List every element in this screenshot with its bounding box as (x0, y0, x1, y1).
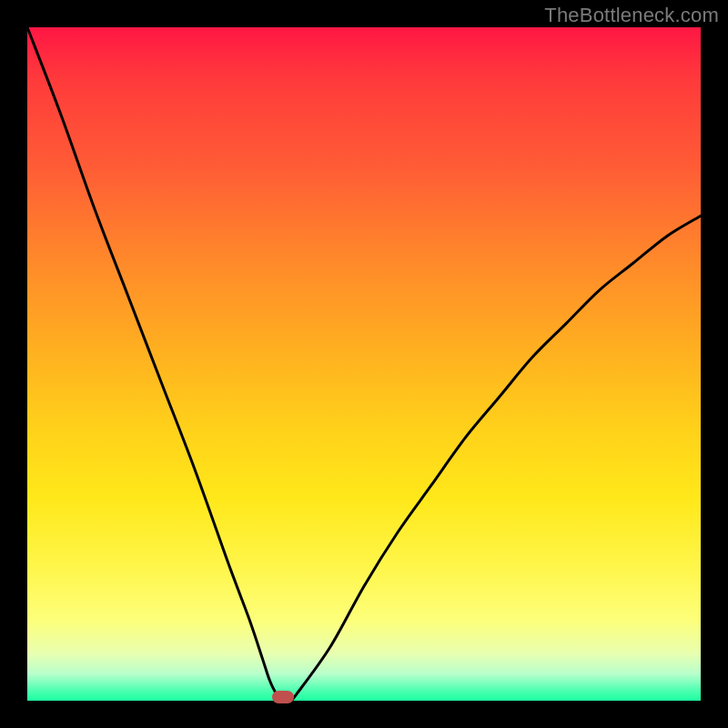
watermark-text: TheBottleneck.com (544, 4, 719, 27)
chart-frame: TheBottleneck.com (0, 0, 728, 728)
optimal-point-marker (272, 691, 294, 703)
bottleneck-curve (27, 27, 701, 701)
plot-area (27, 27, 701, 701)
